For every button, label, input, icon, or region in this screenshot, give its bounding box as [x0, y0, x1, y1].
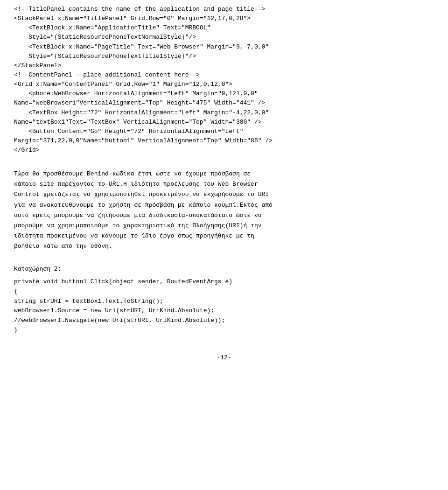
page-number: -12-: [14, 354, 434, 361]
code-block-1: <!--TitlePanel contains the name of the …: [14, 5, 434, 155]
section-label: Καταχώρηση 2:: [14, 266, 434, 273]
greek-paragraph: Τώρα θα προσθέσουμε Behind-κώδικα έτσι ώ…: [14, 169, 434, 252]
code-block-2: private void button1_Click(object sender…: [14, 277, 434, 336]
